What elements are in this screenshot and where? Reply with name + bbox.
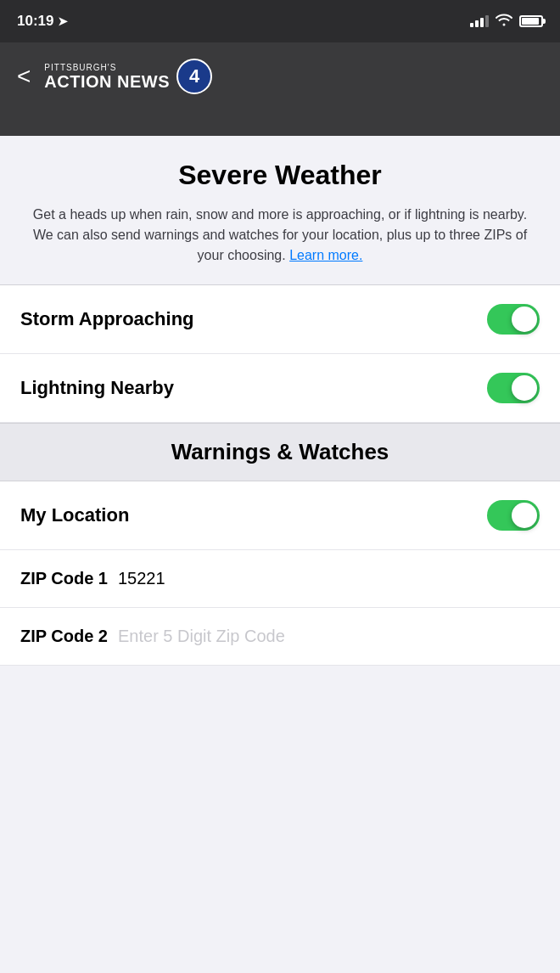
lightning-nearby-label: Lightning Nearby [20, 377, 174, 399]
learn-more-link[interactable]: Learn more. [289, 248, 362, 262]
signal-bars-icon [470, 15, 489, 27]
zip-code-1-label: ZIP Code 1 [20, 569, 108, 588]
battery-icon [519, 15, 543, 27]
warnings-section-header: Warnings & Watches [0, 423, 560, 481]
zip-code-1-value[interactable]: 15221 [118, 569, 165, 588]
zip-code-2-row: ZIP Code 2 Enter 5 Digit Zip Code [0, 608, 560, 666]
status-left: 10:19 ➤ [17, 13, 68, 30]
dark-band [0, 110, 560, 136]
toggle-knob [512, 375, 537, 401]
nav-bar: < PITTSBURGH'S ACTION NEWS 4 [0, 42, 560, 110]
storm-approaching-row: Storm Approaching [0, 285, 560, 354]
page-description: Get a heads up when rain, snow and more … [25, 205, 535, 266]
toggle-knob [512, 503, 537, 528]
my-location-label: My Location [20, 504, 129, 526]
logo-subtitle: PITTSBURGH'S [44, 63, 170, 72]
status-bar: 10:19 ➤ [0, 0, 560, 42]
storm-section: Storm Approaching Lightning Nearby [0, 285, 560, 423]
zip-code-2-label: ZIP Code 2 [20, 627, 108, 646]
logo-text: PITTSBURGH'S ACTION NEWS [44, 63, 170, 91]
status-right [470, 13, 543, 30]
my-location-row: My Location [0, 481, 560, 550]
lightning-nearby-row: Lightning Nearby [0, 354, 560, 423]
warnings-section: My Location ZIP Code 1 15221 ZIP Code 2 … [0, 481, 560, 666]
app-logo: PITTSBURGH'S ACTION NEWS 4 [44, 59, 212, 94]
location-arrow-icon: ➤ [58, 14, 68, 28]
lightning-nearby-toggle[interactable] [487, 373, 540, 403]
zip-code-2-input[interactable]: Enter 5 Digit Zip Code [118, 627, 285, 646]
logo-title: ACTION NEWS [44, 72, 170, 91]
logo-badge: 4 [176, 59, 212, 94]
page-title: Severe Weather [25, 160, 535, 191]
wifi-icon [496, 13, 512, 30]
time-display: 10:19 [17, 13, 53, 30]
toggle-knob [512, 307, 537, 332]
warnings-title: Warnings & Watches [20, 439, 540, 465]
back-button[interactable]: < [17, 65, 31, 88]
page-title-section: Severe Weather Get a heads up when rain,… [0, 136, 560, 285]
storm-approaching-label: Storm Approaching [20, 308, 194, 330]
storm-approaching-toggle[interactable] [487, 304, 540, 335]
my-location-toggle[interactable] [487, 500, 540, 531]
zip-code-1-row: ZIP Code 1 15221 [0, 550, 560, 608]
